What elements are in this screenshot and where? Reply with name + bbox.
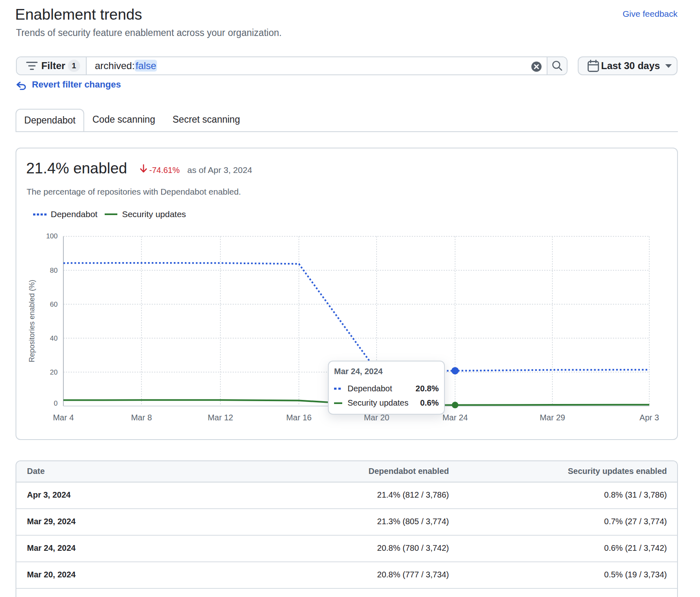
svg-text:0: 0 — [54, 399, 58, 407]
svg-text:100: 100 — [46, 232, 58, 240]
svg-text:20: 20 — [50, 368, 58, 376]
svg-text:Mar 12: Mar 12 — [208, 413, 233, 422]
svg-text:Mar 16: Mar 16 — [286, 413, 312, 422]
svg-text:Mar 8: Mar 8 — [131, 413, 152, 422]
svg-text:Mar 4: Mar 4 — [53, 413, 74, 422]
svg-text:Repositories enabled (%): Repositories enabled (%) — [28, 280, 36, 362]
svg-text:Mar 24: Mar 24 — [442, 413, 468, 422]
svg-text:Apr 3: Apr 3 — [639, 413, 659, 422]
svg-text:Mar 29: Mar 29 — [540, 413, 565, 422]
svg-text:80: 80 — [50, 267, 58, 274]
svg-text:60: 60 — [50, 301, 58, 308]
svg-text:40: 40 — [50, 334, 58, 342]
